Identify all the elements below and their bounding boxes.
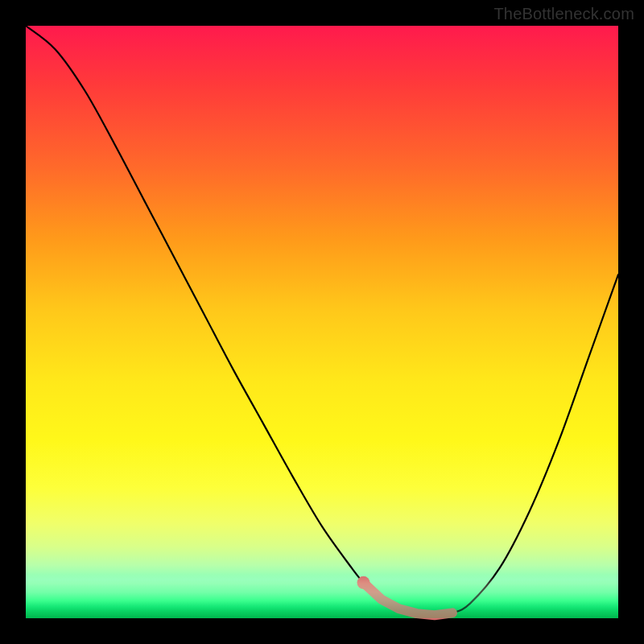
curve-line	[26, 26, 618, 615]
highlight-start-dot	[357, 576, 370, 589]
plot-background	[26, 26, 618, 618]
chart-svg	[26, 26, 618, 618]
highlight-markers	[357, 576, 452, 615]
attribution-label: TheBottleneck.com	[493, 5, 634, 23]
chart-frame: TheBottleneck.com	[0, 0, 644, 644]
highlight-segment	[364, 583, 452, 615]
